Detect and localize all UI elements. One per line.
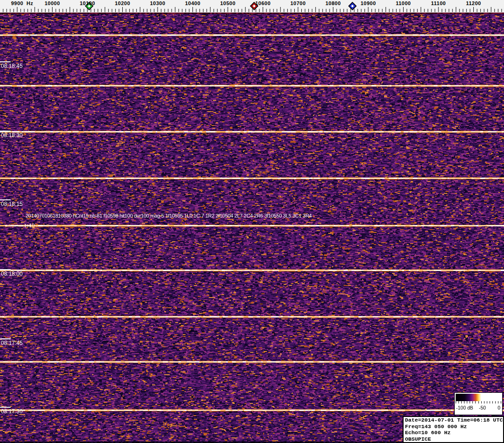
frequency-tick-label: 10300 xyxy=(150,0,165,6)
db-label-mid: -50 xyxy=(479,405,486,410)
db-tick xyxy=(498,401,498,403)
time-tick xyxy=(0,131,11,132)
db-tick xyxy=(501,401,501,403)
frequency-axis: 9900Hz1000010100102001030010400105001060… xyxy=(0,0,504,13)
frequency-tick-label: 10700 xyxy=(290,0,305,6)
spectrogram-canvas xyxy=(0,13,504,443)
db-tick xyxy=(458,401,459,403)
time-label: 08:18:45 xyxy=(1,63,23,69)
db-tick xyxy=(475,401,476,403)
time-label: 08:18:15 xyxy=(1,201,23,207)
db-tick xyxy=(484,401,484,403)
frequency-tick-label: 10000 xyxy=(45,0,60,6)
frequency-tick-label: 9900 xyxy=(11,0,23,6)
frequency-tick-label: 10200 xyxy=(115,0,130,6)
db-label-min: -100 dB xyxy=(456,405,473,410)
db-tick xyxy=(490,401,490,403)
frequency-tick-label: 11000 xyxy=(396,0,411,6)
spectrogram-app: 9900Hz1000010100102001030010400105001060… xyxy=(0,0,504,443)
info-echo: Echo=10 600 Hz xyxy=(405,430,503,436)
db-tick xyxy=(464,401,464,403)
db-tick xyxy=(461,401,462,403)
db-tick xyxy=(478,401,479,403)
time-tick xyxy=(0,269,11,270)
frequency-tick-label: 10900 xyxy=(360,0,376,6)
db-tick xyxy=(492,401,493,403)
time-tick xyxy=(0,407,11,408)
time-tick xyxy=(0,199,11,200)
frequency-tick-label: 10100 xyxy=(80,0,95,6)
db-tick xyxy=(470,401,470,403)
time-label: 08:17:30 xyxy=(1,408,23,415)
db-tick xyxy=(495,401,496,403)
frequency-tick-label: 10400 xyxy=(185,0,200,6)
time-label: 08:17:45 xyxy=(1,340,23,346)
info-frequency: Freq=143 050 000 Hz xyxy=(405,424,503,430)
meteor-hit-annotation: 20140701061810380 hCnt19 nb-81 f10598 hi… xyxy=(26,213,312,218)
db-tick xyxy=(481,401,482,403)
info-station: OBSUPICE xyxy=(405,436,503,443)
db-scale-ticks xyxy=(456,401,501,404)
frequency-axis-ticks xyxy=(0,0,504,13)
marker-blue-diamond[interactable] xyxy=(349,2,356,10)
db-gradient-bar xyxy=(456,394,501,401)
time-offset-label: t+10 xyxy=(25,223,35,228)
time-tick xyxy=(0,61,11,62)
frequency-tick-label: 10500 xyxy=(220,0,235,6)
frequency-tick-label: 11200 xyxy=(466,0,481,6)
frequency-unit-label: Hz xyxy=(27,0,33,6)
db-tick xyxy=(456,401,456,403)
frequency-tick-label: 11100 xyxy=(431,0,446,6)
time-label: 08:18:00 xyxy=(1,271,23,277)
frequency-tick-label: 10800 xyxy=(325,0,341,6)
db-color-scale-legend: -100 dB -50 0 xyxy=(454,392,503,415)
db-tick xyxy=(467,401,467,403)
time-label: 08:18:30 xyxy=(1,132,23,139)
info-date-time: Date=2014-07-01 Time=06:18 UTC xyxy=(405,417,503,424)
observation-info-box: Date=2014-07-01 Time=06:18 UTC Freq=143 … xyxy=(403,416,504,443)
time-tick xyxy=(0,338,11,339)
db-label-max: 0 xyxy=(497,405,500,410)
db-tick xyxy=(487,401,487,403)
frequency-tick-label: 10600 xyxy=(255,0,271,6)
db-tick xyxy=(472,401,473,403)
